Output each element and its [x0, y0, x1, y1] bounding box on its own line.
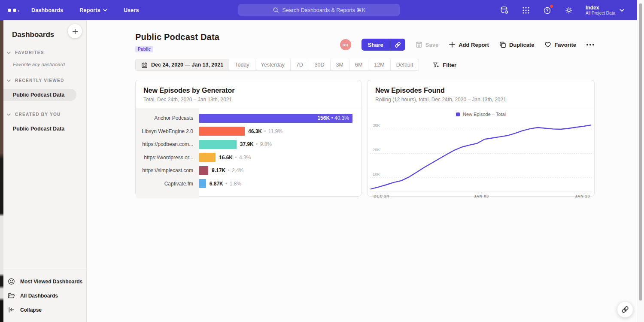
nav-item-users[interactable]: Users	[124, 7, 139, 13]
heart-icon	[544, 41, 551, 48]
main-content: Public Podcast Data Public RH Share Save…	[87, 20, 637, 322]
avatar[interactable]: RH	[340, 39, 351, 50]
bar-category-label: https://wordpress.or...	[136, 155, 199, 161]
share-link-button[interactable]	[390, 39, 405, 51]
share-button[interactable]: Share	[361, 39, 390, 51]
collapse-icon	[8, 306, 15, 313]
filter-button[interactable]: Filter	[433, 62, 456, 68]
share-split-button: Share	[361, 39, 405, 51]
project-switcher[interactable]: Index All Project Data	[586, 5, 624, 16]
bar-category-label: https://podbean.com...	[136, 141, 199, 147]
line-chart-card: New Episodes Found Rolling (12 hours), t…	[367, 80, 595, 197]
settings-icon[interactable]	[564, 6, 574, 15]
line-series	[371, 125, 591, 189]
scrollbar-thumb[interactable]	[639, 3, 642, 301]
most-viewed-dashboards-button[interactable]: Most Viewed Dashboards	[3, 274, 86, 289]
help-icon[interactable]: ?	[543, 6, 552, 15]
chart-legend: New Episode – Total	[368, 108, 594, 117]
bar[interactable]: 156K • 40.3%	[199, 114, 352, 123]
preset-30d[interactable]: 30D	[309, 59, 331, 70]
preset-today[interactable]: Today	[229, 59, 255, 70]
chevron-down-icon	[7, 113, 11, 116]
bar-value-label: 156K • 40.3%	[317, 115, 352, 121]
save-icon	[416, 41, 422, 48]
more-options-button[interactable]	[586, 42, 594, 47]
all-dashboards-button[interactable]: All Dashboards	[3, 289, 86, 303]
apps-grid-icon[interactable]	[521, 6, 531, 15]
page-scrollbar[interactable]	[637, 0, 644, 322]
floating-link-button[interactable]	[617, 301, 633, 318]
date-range-button[interactable]: Dec 24, 2020 — Jan 13, 2021	[136, 59, 229, 70]
page-title: Public Podcast Data	[135, 32, 219, 42]
line-chart-subtitle: Rolling (12 hours), total, Dec 24th, 202…	[375, 97, 586, 103]
section-header-recently-viewed[interactable]: RECENTLY VIEWED	[3, 78, 86, 83]
app-logo-icon[interactable]	[8, 9, 19, 12]
favorites-empty-text: Favorite any dashboard	[3, 55, 86, 67]
preset-3m[interactable]: 3M	[331, 59, 349, 70]
x-axis-tick: JAN 13	[575, 194, 590, 198]
plus-icon	[72, 28, 78, 34]
nav-item-dashboards[interactable]: Dashboards	[31, 7, 63, 13]
bar-row: https://podbean.com...37.9K • 9.8%	[136, 138, 361, 151]
bar-value-label: 46.3K • 11.9%	[248, 128, 283, 134]
project-subtitle: All Project Data	[586, 11, 615, 16]
legend-swatch	[456, 112, 460, 116]
section-header-created-by-you[interactable]: CREATED BY YOU	[3, 112, 86, 117]
date-range-segmented-control: Dec 24, 2020 — Jan 13, 2021 TodayYesterd…	[135, 59, 419, 71]
smiley-icon	[8, 278, 15, 285]
bar-value-label: 9.17K • 2.4%	[212, 167, 243, 173]
bar-category-label: Anchor Podcasts	[136, 115, 199, 121]
x-axis-tick: JAN 03	[474, 194, 489, 198]
date-toolbar: Dec 24, 2020 — Jan 13, 2021 TodayYesterd…	[135, 59, 456, 71]
line-plot: 10K20K30KDEC 24JAN 03JAN 13	[370, 118, 592, 199]
bar[interactable]	[199, 153, 216, 162]
bar-value-label: 6.87K • 1.8%	[210, 181, 241, 187]
preset-6m[interactable]: 6M	[349, 59, 368, 70]
bar-chart-subtitle: Total, Dec 24th, 2020 – Jan 13th, 2021	[143, 97, 353, 103]
bar[interactable]	[199, 127, 245, 136]
public-badge: Public	[135, 46, 153, 52]
nav-item-reports[interactable]: Reports	[79, 7, 107, 13]
collapse-sidebar-button[interactable]: Collapse	[3, 303, 86, 317]
bar[interactable]	[199, 166, 208, 175]
chevron-down-icon	[7, 52, 11, 54]
line-chart-title: New Episodes Found	[375, 87, 586, 94]
preset-7d[interactable]: 7D	[291, 59, 309, 70]
search-input[interactable]: Search Dashboards & Reports ⌘K	[238, 4, 400, 16]
preset-12m[interactable]: 12M	[368, 59, 390, 70]
sidebar-item-public-podcast-data[interactable]: Public Podcast Data	[0, 123, 76, 135]
bar-row: https://simplecast.com9.17K • 2.4%	[136, 164, 361, 177]
save-button[interactable]: Save	[416, 41, 438, 48]
background-window-sliver	[0, 20, 3, 322]
favorite-button[interactable]: Favorite	[544, 41, 576, 48]
link-icon	[621, 306, 629, 313]
duplicate-button[interactable]: Duplicate	[499, 41, 535, 48]
x-axis-tick: DEC 24	[374, 194, 389, 198]
sidebar-footer: Most Viewed Dashboards All Dashboards Co…	[0, 270, 86, 322]
bar-row: Libsyn WebEngine 2.046.3K • 11.9%	[136, 125, 361, 138]
bar[interactable]	[199, 179, 206, 188]
y-axis-tick: 10K	[373, 172, 380, 176]
preset-default[interactable]: Default	[391, 59, 419, 70]
add-report-button[interactable]: Add Report	[449, 41, 489, 48]
chevron-down-icon	[7, 79, 11, 82]
bar-rows: Anchor Podcasts156K • 40.3%Libsyn WebEng…	[136, 108, 361, 190]
preset-yesterday[interactable]: Yesterday	[255, 59, 291, 70]
bar-row: Captivate.fm6.87K • 1.8%	[136, 177, 361, 191]
legend-label: New Episode – Total	[463, 112, 506, 117]
bar-value-label: 37.9K • 9.8%	[240, 141, 272, 147]
y-axis-tick: 30K	[373, 123, 380, 128]
calendar-icon	[141, 62, 148, 68]
y-axis-tick: 20K	[373, 147, 380, 152]
sidebar-item-public-podcast-data[interactable]: Public Podcast Data	[0, 89, 76, 101]
bar-chart-card: New Episodes by Generator Total, Dec 24t…	[135, 80, 361, 197]
add-dashboard-button[interactable]	[68, 24, 82, 38]
bar-row: Anchor Podcasts156K • 40.3%	[136, 112, 361, 125]
sidebar-section-recently-viewed: RECENTLY VIEWED Public Podcast Data	[3, 78, 86, 101]
search-icon	[273, 7, 279, 13]
section-header-favorites[interactable]: FAVORITES	[3, 50, 86, 55]
search-placeholder: Search Dashboards & Reports ⌘K	[283, 7, 366, 13]
data-sources-icon[interactable]	[500, 6, 509, 15]
bar-category-label: Libsyn WebEngine 2.0	[136, 128, 199, 134]
bar[interactable]	[199, 140, 237, 149]
